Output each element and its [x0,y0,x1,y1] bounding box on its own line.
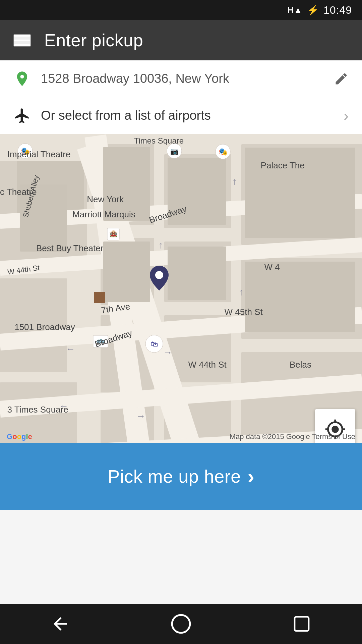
map-area[interactable]: 🎭 📷 🎭 🏨 🚌 🛍 ← → ← ↑ → ↑ ↑ Imperial Theat… [0,134,362,510]
address-row: 1528 Broadway 10036, New York [0,60,362,97]
svg-rect-28 [168,247,226,300]
svg-rect-24 [20,184,67,252]
status-bar: H▲ ⚡ 10:49 [0,0,362,20]
page-title: Enter pickup [44,30,143,50]
pickup-chevron-icon: › [248,465,254,488]
signal-icon: H▲ [287,5,302,15]
svg-rect-25 [103,147,150,221]
pickup-button[interactable]: Pick me up here › [0,443,362,510]
svg-rect-39 [94,292,105,303]
svg-text:←: ← [66,344,75,354]
edit-icon[interactable] [334,71,349,86]
svg-rect-27 [168,158,226,225]
svg-rect-26 [103,241,150,302]
back-icon [50,614,70,634]
hamburger-line [14,35,30,37]
svg-rect-30 [245,262,355,332]
svg-text:←: ← [59,401,68,411]
svg-rect-29 [245,148,355,238]
hamburger-line [14,44,30,46]
svg-rect-2 [0,278,67,372]
airport-text: Or select from a list of airports [41,108,344,123]
recent-apps-icon [292,614,311,633]
hamburger-line [14,40,30,41]
home-button[interactable] [168,610,194,637]
svg-rect-53 [295,617,309,631]
location-pin-icon [13,70,31,88]
chevron-right-icon: › [344,107,349,124]
map-attribution: Map data ©2015 Google Terms of Use [230,432,355,441]
back-button[interactable] [47,610,74,637]
google-logo: Google [7,432,32,441]
recent-apps-button[interactable] [288,610,315,637]
home-icon [170,613,192,635]
svg-text:→: → [163,347,172,358]
nav-bar [0,604,362,644]
svg-point-52 [172,615,190,633]
status-icons: H▲ ⚡ 10:49 [287,4,352,16]
menu-button[interactable] [13,34,31,47]
battery-icon: ⚡ [307,5,319,16]
svg-point-51 [155,271,163,279]
svg-text:↑: ↑ [159,240,163,250]
svg-text:↑: ↑ [239,287,244,297]
address-text: 1528 Broadway 10036, New York [41,71,334,86]
app-header: Enter pickup [0,20,362,60]
airport-row[interactable]: Or select from a list of airports › [0,97,362,134]
pickup-button-label: Pick me up here [108,466,241,487]
time-display: 10:49 [323,4,352,16]
svg-text:🚌: 🚌 [96,336,106,345]
svg-text:🏨: 🏨 [109,229,118,237]
svg-text:📷: 📷 [170,147,179,155]
svg-text:🛍: 🛍 [150,340,158,348]
map-pin [150,266,169,292]
svg-text:↑: ↑ [232,176,237,186]
svg-text:→: → [136,411,145,421]
airplane-icon [13,107,31,124]
svg-text:🎭: 🎭 [21,147,30,156]
svg-text:🎭: 🎭 [219,147,228,156]
